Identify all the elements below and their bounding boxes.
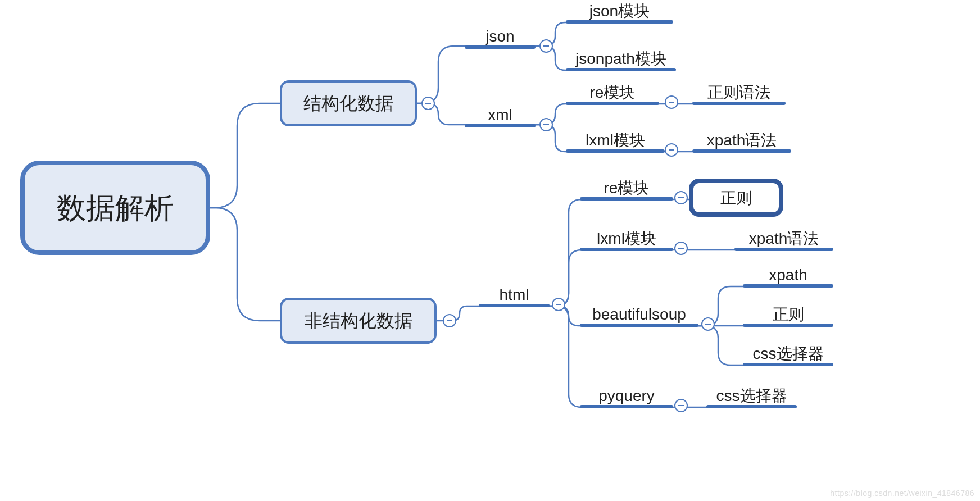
node-bs_css[interactable]: css选择器 bbox=[745, 345, 832, 365]
node-pq_css-label: css选择器 bbox=[716, 387, 787, 404]
collapse-toggle[interactable] bbox=[443, 315, 456, 327]
node-pyquery-label: pyquery bbox=[598, 387, 655, 404]
node-json-label: json bbox=[485, 28, 514, 45]
connector bbox=[548, 306, 582, 407]
connector bbox=[208, 208, 281, 321]
collapse-toggle[interactable] bbox=[675, 242, 687, 254]
node-pq_css[interactable]: css选择器 bbox=[708, 387, 795, 407]
connector bbox=[697, 326, 745, 365]
collapse-toggle[interactable] bbox=[675, 399, 687, 412]
node-re_mod[interactable]: re模块 bbox=[568, 84, 657, 103]
collapse-toggle[interactable] bbox=[540, 40, 552, 52]
node-pyquery[interactable]: pyquery bbox=[582, 387, 672, 407]
node-unstruct[interactable]: 非结构化数据 bbox=[281, 299, 435, 343]
node-xml-label: xml bbox=[488, 106, 512, 124]
node-bs_regex[interactable]: 正则 bbox=[745, 306, 832, 325]
node-json_mod-label: json模块 bbox=[589, 2, 650, 20]
node-xpath_syn[interactable]: xpath语法 bbox=[694, 131, 790, 151]
node-json[interactable]: json bbox=[466, 28, 534, 47]
node-regex_syn-label: 正则语法 bbox=[707, 84, 770, 101]
root-node[interactable]: 数据解析 bbox=[22, 163, 208, 253]
node-jsonpath_mod-label: jsonpath模块 bbox=[575, 50, 666, 67]
node-bsoup[interactable]: beautifulsoup bbox=[582, 306, 697, 325]
node-re_mod-label: re模块 bbox=[590, 84, 636, 101]
node-xpath_syn2-label: xpath语法 bbox=[749, 230, 819, 247]
node-json_mod[interactable]: json模块 bbox=[568, 2, 672, 22]
node-regex_box[interactable]: 正则 bbox=[691, 181, 781, 215]
node-bs_regex-label: 正则 bbox=[773, 306, 804, 323]
node-regex_box-label: 正则 bbox=[720, 189, 752, 207]
collapse-toggle[interactable] bbox=[665, 144, 678, 156]
watermark-text: https://blog.csdn.net/weixin_41846786 bbox=[830, 489, 974, 498]
collapse-toggle[interactable] bbox=[552, 298, 565, 311]
node-bs_css-label: css选择器 bbox=[753, 345, 824, 362]
node-bsoup-label: beautifulsoup bbox=[592, 306, 686, 323]
connector bbox=[208, 103, 281, 208]
collapse-toggle[interactable] bbox=[702, 318, 714, 330]
node-lxml_mod2[interactable]: lxml模块 bbox=[582, 230, 672, 249]
node-unstruct-label: 非结构化数据 bbox=[305, 311, 412, 331]
node-lxml_mod-label: lxml模块 bbox=[586, 131, 645, 149]
node-jsonpath_mod[interactable]: jsonpath模块 bbox=[568, 50, 674, 70]
node-regex_syn[interactable]: 正则语法 bbox=[694, 84, 784, 103]
node-html-label: html bbox=[500, 286, 529, 303]
node-html[interactable]: html bbox=[480, 286, 548, 306]
node-lxml_mod[interactable]: lxml模块 bbox=[568, 131, 663, 151]
root-node-label: 数据解析 bbox=[57, 192, 174, 224]
node-xml[interactable]: xml bbox=[466, 106, 534, 126]
node-bs_xpath-label: xpath bbox=[769, 266, 807, 284]
connector bbox=[435, 306, 480, 321]
collapse-toggle[interactable] bbox=[665, 96, 678, 108]
connector bbox=[548, 250, 582, 306]
node-re_mod2-label: re模块 bbox=[604, 179, 650, 197]
node-xpath_syn2[interactable]: xpath语法 bbox=[736, 230, 832, 249]
collapse-toggle[interactable] bbox=[540, 119, 552, 131]
connector bbox=[416, 46, 466, 103]
node-xpath_syn-label: xpath语法 bbox=[707, 131, 777, 149]
collapse-toggle[interactable] bbox=[675, 192, 687, 204]
node-lxml_mod2-label: lxml模块 bbox=[597, 230, 656, 247]
connector bbox=[548, 199, 582, 306]
collapse-toggle[interactable] bbox=[422, 97, 434, 110]
node-struct-label: 结构化数据 bbox=[303, 93, 393, 113]
node-struct[interactable]: 结构化数据 bbox=[281, 81, 416, 125]
node-re_mod2[interactable]: re模块 bbox=[582, 179, 672, 199]
node-bs_xpath[interactable]: xpath bbox=[745, 266, 832, 286]
